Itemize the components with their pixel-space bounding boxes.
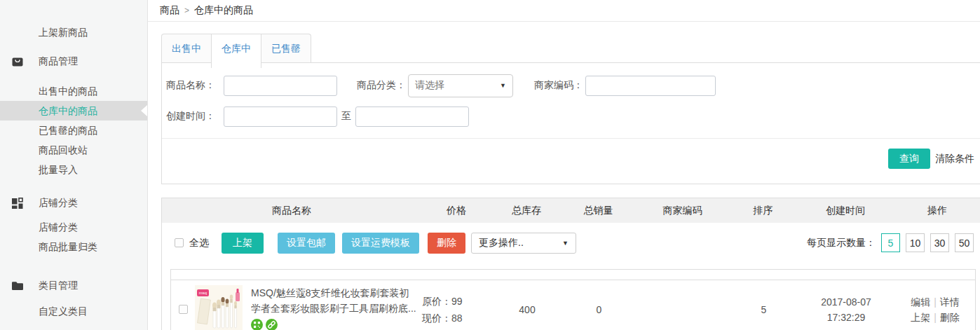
sidebar-item-label: 仓库中的商品 <box>39 105 97 116</box>
actions-cell: 编辑|详情 上架|删除 <box>895 294 975 325</box>
sidebar-group-label: 类目管理 <box>39 280 78 292</box>
category-label: 商品分类： <box>357 79 406 92</box>
folder-icon <box>11 280 24 292</box>
col-price: 价格 <box>421 198 491 223</box>
product-image[interactable]: msq <box>195 285 243 330</box>
category-select-value: 请选择 <box>415 79 444 92</box>
product-name-label: 商品名称： <box>166 79 215 92</box>
end-date-input[interactable] <box>355 106 469 127</box>
status-tabs: 出售中 仓库中 已售罄 <box>161 34 980 62</box>
product-list: 商品名称 价格 总库存 总销量 商家编码 排序 创建时间 操作 全选 上架 设置… <box>161 198 980 330</box>
bag-icon <box>11 55 24 68</box>
page-size-option-10[interactable]: 10 <box>906 233 925 252</box>
row-checkbox[interactable] <box>179 305 188 314</box>
sort-value: 5 <box>730 304 797 315</box>
page-size-option-5[interactable]: 5 <box>881 233 900 252</box>
sidebar-item-soldout[interactable]: 已售罄的商品 <box>0 121 147 140</box>
created-time-cell: 2017-08-07 17:32:29 <box>797 294 895 325</box>
svg-text:msq: msq <box>199 291 207 295</box>
original-price: 原价：99 <box>422 293 492 310</box>
current-price: 现价：88 <box>422 310 492 326</box>
clear-filters-button[interactable]: 清除条件 <box>935 153 974 165</box>
sidebar-group-shop-category[interactable]: 店铺分类 <box>0 193 147 213</box>
more-actions-select[interactable]: 更多操作.. ▼ <box>471 233 576 254</box>
action-separator: | <box>934 312 937 323</box>
sidebar-item-batch-import[interactable]: 批量导入 <box>0 160 147 179</box>
qr-code-icon[interactable] <box>251 319 263 330</box>
tab-group: 出售中 仓库中 已售罄 <box>161 34 311 62</box>
col-product-name: 商品名称 <box>162 198 421 223</box>
category-select[interactable]: 请选择 ▼ <box>408 74 513 97</box>
product-title[interactable]: MSQ/魅丝蔻8支纤维化妆套刷套装初学者全套彩妆眼影刷子工具眉刷粉底... <box>251 285 416 316</box>
col-sales: 总销量 <box>562 198 635 223</box>
row-checkbox-cell <box>171 305 195 314</box>
page-size-group: 每页显示数量： 5 10 30 50 <box>807 233 980 252</box>
sidebar-item-shop-category[interactable]: 店铺分类 <box>0 217 147 237</box>
onsale-button[interactable]: 上架 <box>222 233 264 254</box>
product-row-header-strip <box>171 270 975 280</box>
grid-icon <box>11 197 24 209</box>
sidebar: 上架新商品 商品管理 出售中的商品 仓库中的商品 已售罄的商品 商品回收站 批量… <box>0 0 148 330</box>
product-row-body: msq MSQ/魅丝蔻8支纤维化妆套刷套装初学者全套彩妆眼影刷子工具眉刷粉底..… <box>171 280 975 330</box>
product-icon-row <box>251 319 416 330</box>
breadcrumb-item-current: 仓库中的商品 <box>194 4 253 17</box>
edit-link[interactable]: 编辑 <box>911 296 930 308</box>
created-time: 17:32:29 <box>797 310 895 325</box>
sidebar-item-warehouse[interactable]: 仓库中的商品 <box>0 101 147 121</box>
sidebar-item-new-product[interactable]: 上架新商品 <box>0 22 147 42</box>
breadcrumb-separator: > <box>184 6 189 15</box>
sidebar-group-product-management[interactable]: 商品管理 <box>0 52 147 71</box>
created-date: 2017-08-07 <box>797 294 895 310</box>
product-row: msq MSQ/魅丝蔻8支纤维化妆套刷套装初学者全套彩妆眼影刷子工具眉刷粉底..… <box>170 269 976 330</box>
onsale-link[interactable]: 上架 <box>911 312 930 323</box>
select-all-checkbox[interactable] <box>175 238 184 247</box>
price-cell: 原价：99 现价：88 <box>422 293 492 326</box>
free-shipping-button[interactable]: 设置包邮 <box>278 233 335 254</box>
sidebar-item-recycle[interactable]: 商品回收站 <box>0 140 147 160</box>
chevron-down-icon: ▼ <box>562 240 569 247</box>
delete-link[interactable]: 删除 <box>940 312 960 323</box>
page-size-label: 每页显示数量： <box>807 237 876 249</box>
content-area: 商品 > 仓库中的商品 出售中 仓库中 已售罄 商品名称： 商品分类： 请选择 … <box>148 0 980 330</box>
filter-actions: 查询 清除条件 <box>162 139 980 184</box>
col-sort: 排序 <box>730 198 796 223</box>
tab-warehouse[interactable]: 仓库中 <box>211 34 261 68</box>
product-info: MSQ/魅丝蔻8支纤维化妆套刷套装初学者全套彩妆眼影刷子工具眉刷粉底... <box>251 285 416 330</box>
product-name-input[interactable] <box>224 76 337 96</box>
col-stock: 总库存 <box>491 198 562 223</box>
chevron-down-icon: ▼ <box>500 82 506 89</box>
tab-selling[interactable]: 出售中 <box>162 34 211 62</box>
sidebar-item-custom-category[interactable]: 自定义类目 <box>0 301 147 321</box>
action-separator: | <box>934 296 937 308</box>
breadcrumb: 商品 > 仓库中的商品 <box>148 0 980 22</box>
more-actions-value: 更多操作.. <box>479 237 524 249</box>
main-panel: 出售中 仓库中 已售罄 商品名称： 商品分类： 请选择 ▼ 商家编码： 创建时间… <box>148 34 980 330</box>
page-size-option-30[interactable]: 30 <box>930 233 949 252</box>
list-toolbar: 全选 上架 设置包邮 设置运费模板 删除 更多操作.. ▼ 每页显示数量： 5 … <box>162 223 980 263</box>
search-button[interactable]: 查询 <box>888 149 930 169</box>
col-created-time: 创建时间 <box>796 198 894 223</box>
date-range-to-label: 至 <box>341 110 351 123</box>
detail-link[interactable]: 详情 <box>940 296 960 308</box>
col-actions: 操作 <box>894 198 980 223</box>
link-icon[interactable] <box>266 319 278 330</box>
filter-row-2: 创建时间： 至 <box>162 104 980 128</box>
sidebar-group-label: 商品管理 <box>39 55 78 68</box>
page-size-option-50[interactable]: 50 <box>955 233 974 252</box>
filter-panel: 商品名称： 商品分类： 请选择 ▼ 商家编码： 创建时间： 至 查询 清除条件 <box>161 62 980 184</box>
stock-value: 400 <box>492 304 562 315</box>
active-item-arrow <box>141 105 147 116</box>
breadcrumb-item-product[interactable]: 商品 <box>160 4 179 17</box>
filter-row-1: 商品名称： 商品分类： 请选择 ▼ 商家编码： <box>162 74 980 97</box>
select-all-label: 全选 <box>189 237 209 249</box>
merchant-code-input[interactable] <box>585 76 716 96</box>
delete-button[interactable]: 删除 <box>428 233 465 254</box>
shipping-template-button[interactable]: 设置运费模板 <box>342 233 419 254</box>
table-header: 商品名称 价格 总库存 总销量 商家编码 排序 创建时间 操作 <box>162 198 980 223</box>
sidebar-item-batch-classify[interactable]: 商品批量归类 <box>0 237 147 256</box>
sidebar-group-category-management[interactable]: 类目管理 <box>0 276 147 296</box>
start-date-input[interactable] <box>224 106 337 127</box>
tab-soldout[interactable]: 已售罄 <box>261 34 311 62</box>
sidebar-group-label: 店铺分类 <box>39 197 78 209</box>
sidebar-item-selling[interactable]: 出售中的商品 <box>0 81 147 101</box>
